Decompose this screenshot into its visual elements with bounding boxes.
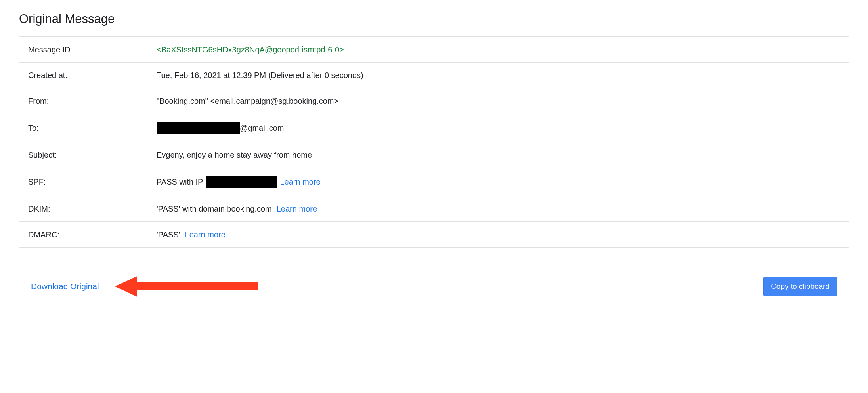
value-message-id: <BaXSIssNTG6sHDx3gz8NqA@geopod-ismtpd-6-… <box>157 45 344 54</box>
label-subject: Subject: <box>28 151 157 160</box>
dmarc-learn-more-link[interactable]: Learn more <box>185 230 226 239</box>
download-original-link[interactable]: Download Original <box>31 282 99 291</box>
label-from: From: <box>28 97 157 106</box>
message-details-panel: Message ID <BaXSIssNTG6sHDx3gz8NqA@geopo… <box>19 36 849 248</box>
redacted-email-local <box>157 122 240 134</box>
value-to-domain: @gmail.com <box>240 124 284 133</box>
value-dmarc: 'PASS' <box>157 230 180 239</box>
row-subject: Subject: Evgeny, enjoy a home stay away … <box>19 142 849 168</box>
svg-marker-0 <box>115 276 258 297</box>
row-to: To: @gmail.com <box>19 114 849 142</box>
value-dkim: 'PASS' with domain booking.com <box>157 204 272 214</box>
label-dkim: DKIM: <box>28 204 157 214</box>
value-from: "Booking.com" <email.campaign@sg.booking… <box>157 97 338 106</box>
label-spf: SPF: <box>28 177 157 187</box>
spf-learn-more-link[interactable]: Learn more <box>280 177 320 187</box>
value-created-at: Tue, Feb 16, 2021 at 12:39 PM (Delivered… <box>157 71 363 80</box>
copy-to-clipboard-button[interactable]: Copy to clipboard <box>763 277 837 296</box>
value-spf-prefix: PASS with IP <box>157 177 203 187</box>
redacted-ip <box>206 176 277 188</box>
actions-bar: Download Original Copy to clipboard <box>19 275 849 298</box>
row-dmarc: DMARC: 'PASS' Learn more <box>19 222 849 247</box>
row-message-id: Message ID <BaXSIssNTG6sHDx3gz8NqA@geopo… <box>19 37 849 63</box>
dkim-learn-more-link[interactable]: Learn more <box>277 204 317 214</box>
label-dmarc: DMARC: <box>28 230 157 239</box>
label-to: To: <box>28 124 157 133</box>
page-title: Original Message <box>19 12 849 26</box>
row-spf: SPF: PASS with IP Learn more <box>19 168 849 196</box>
row-from: From: "Booking.com" <email.campaign@sg.b… <box>19 88 849 114</box>
row-created-at: Created at: Tue, Feb 16, 2021 at 12:39 P… <box>19 63 849 88</box>
row-dkim: DKIM: 'PASS' with domain booking.com Lea… <box>19 196 849 222</box>
arrow-left-icon <box>115 275 258 298</box>
label-message-id: Message ID <box>28 45 157 54</box>
label-created-at: Created at: <box>28 71 157 80</box>
value-subject: Evgeny, enjoy a home stay away from home <box>157 151 312 160</box>
